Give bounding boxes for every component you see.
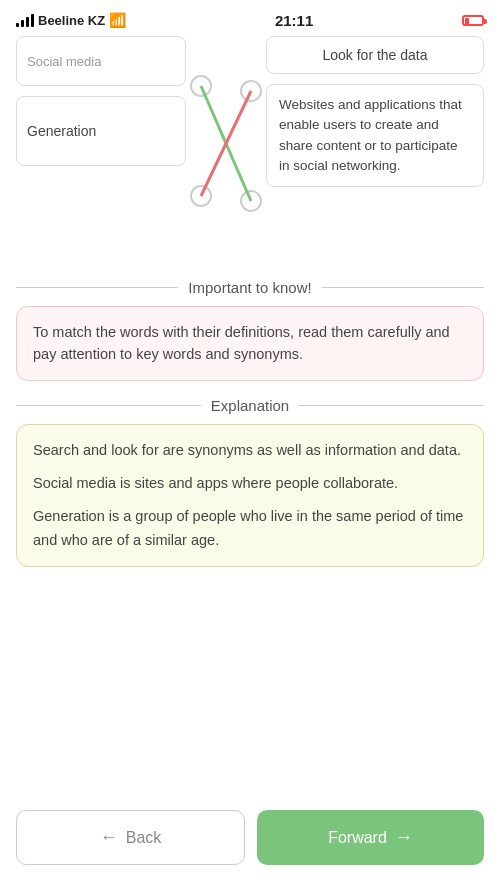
def-box-look-for-data[interactable]: Look for the data bbox=[266, 36, 484, 74]
explanation-box: Search and look for are synonyms as well… bbox=[16, 424, 484, 567]
explanation-item-1: Social media is sites and apps where peo… bbox=[33, 472, 467, 495]
explanation-divider-line-left bbox=[16, 405, 201, 406]
status-left: Beeline KZ 📶 bbox=[16, 12, 126, 28]
wifi-icon: 📶 bbox=[109, 12, 126, 28]
explanation-heading: Explanation bbox=[211, 397, 289, 414]
important-heading: Important to know! bbox=[188, 279, 311, 296]
carrier-name: Beeline KZ bbox=[38, 13, 105, 28]
right-column: Look for the data Websites and applicati… bbox=[266, 36, 484, 259]
matching-area: Social media Generation bbox=[16, 36, 484, 259]
battery-icon bbox=[462, 15, 484, 26]
word-box-social-media[interactable]: Social media bbox=[16, 36, 186, 86]
explanation-divider: Explanation bbox=[16, 397, 484, 414]
divider-line-right bbox=[322, 287, 484, 288]
main-content: Social media Generation bbox=[0, 36, 500, 798]
status-time: 21:11 bbox=[275, 12, 313, 29]
explanation-item-2: Generation is a group of people who live… bbox=[33, 505, 467, 551]
connector-svg bbox=[186, 36, 266, 256]
explanation-divider-line-right bbox=[299, 405, 484, 406]
explanation-item-0: Search and look for are synonyms as well… bbox=[33, 439, 467, 462]
word-box-generation[interactable]: Generation bbox=[16, 96, 186, 166]
forward-arrow-icon: → bbox=[395, 827, 413, 848]
important-box: To match the words with their definition… bbox=[16, 306, 484, 381]
left-column: Social media Generation bbox=[16, 36, 186, 259]
forward-button[interactable]: Forward → bbox=[257, 810, 484, 865]
forward-label: Forward bbox=[328, 829, 387, 847]
signal-bars-icon bbox=[16, 13, 34, 27]
back-arrow-icon: ← bbox=[100, 827, 118, 848]
back-label: Back bbox=[126, 829, 162, 847]
divider-line-left bbox=[16, 287, 178, 288]
back-button[interactable]: ← Back bbox=[16, 810, 245, 865]
important-body: To match the words with their definition… bbox=[33, 324, 450, 362]
def-box-websites[interactable]: Websites and applications that enable us… bbox=[266, 84, 484, 187]
status-bar: Beeline KZ 📶 21:11 bbox=[0, 0, 500, 36]
bottom-buttons: ← Back Forward → bbox=[0, 798, 500, 889]
important-divider: Important to know! bbox=[16, 279, 484, 296]
connector-area bbox=[186, 36, 266, 259]
